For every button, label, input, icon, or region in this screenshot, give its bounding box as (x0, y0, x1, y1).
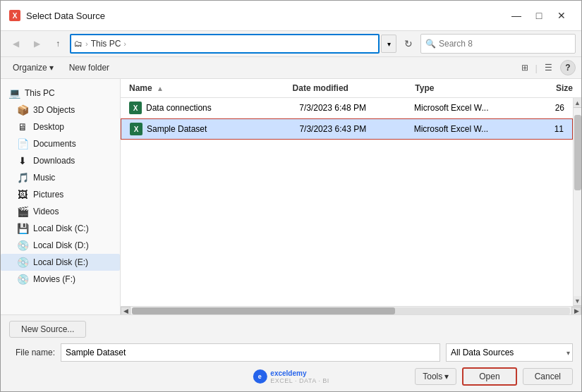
view-grid-icon: ⊞ (521, 63, 528, 73)
new-source-button[interactable]: New Source... (9, 321, 86, 338)
scroll-left-arrow[interactable]: ◀ (121, 307, 131, 315)
column-header-type[interactable]: Type (415, 83, 538, 93)
sidebar-label-3d-objects: 3D Objects (33, 105, 75, 115)
sidebar-label-desktop: Desktop (33, 122, 64, 132)
scroll-down-arrow[interactable]: ▼ (574, 296, 581, 306)
sidebar: 💻 This PC 📦 3D Objects 🖥 Desktop 📄 Docum… (1, 79, 121, 314)
sidebar-item-local-disk-c[interactable]: 💾 Local Disk (C:) (1, 220, 120, 237)
breadcrumb[interactable]: 🗂 › This PC › (70, 34, 380, 54)
forward-button[interactable]: ▶ (28, 35, 46, 53)
refresh-button[interactable]: ↻ (399, 35, 418, 53)
sort-arrow: ▲ (157, 85, 164, 92)
sidebar-label-pictures: Pictures (33, 190, 63, 200)
search-input[interactable] (439, 39, 571, 49)
search-icon: 🔍 (425, 39, 436, 49)
horizontal-scrollbar[interactable]: ◀ ▶ (121, 306, 581, 314)
column-header-name[interactable]: Name ▲ (129, 83, 293, 93)
file-type-select[interactable]: All Data Sources Excel Files CSV Files A… (446, 343, 573, 362)
up-icon: ↑ (56, 39, 60, 49)
file-size-data-connections: 26 (529, 103, 564, 113)
excel-icon-selected: X (130, 123, 143, 135)
open-button[interactable]: Open (462, 367, 516, 386)
sidebar-item-this-pc[interactable]: 💻 This PC (1, 85, 120, 102)
watermark: e exceldemy EXCEL · DATA · BI (253, 369, 329, 384)
file-type-select-wrapper: All Data Sources Excel Files CSV Files A… (446, 343, 573, 362)
sidebar-item-local-disk-e[interactable]: 💿 Local Disk (E:) (1, 254, 120, 271)
minimize-button[interactable]: — (505, 6, 528, 25)
title-bar: X Select Data Source — □ ✕ (1, 1, 581, 31)
pictures-icon: 🖼 (16, 189, 29, 200)
maximize-button[interactable]: □ (528, 6, 550, 25)
local-disk-d-icon: 💿 (16, 240, 29, 251)
tools-button[interactable]: Tools ▾ (415, 368, 456, 385)
sidebar-item-local-disk-d[interactable]: 💿 Local Disk (D:) (1, 237, 120, 254)
sidebar-label-this-pc: This PC (25, 88, 55, 98)
sidebar-item-videos[interactable]: 🎬 Videos (1, 203, 120, 220)
file-name-data-connections: Data connections (146, 103, 299, 113)
organize-label: Organize (13, 63, 47, 73)
watermark-icon: e (253, 369, 267, 384)
breadcrumb-folder-icon: 🗂 (74, 39, 83, 49)
organize-button[interactable]: Organize ▾ (6, 60, 60, 75)
vertical-scrollbar[interactable]: ▲ ▼ (573, 98, 581, 306)
file-date-data-connections: 7/3/2023 6:48 PM (299, 103, 414, 113)
view-separator: | (535, 63, 538, 73)
address-dropdown-button[interactable]: ▾ (381, 35, 396, 53)
column-header-size[interactable]: Size (538, 83, 573, 93)
sidebar-item-documents[interactable]: 📄 Documents (1, 135, 120, 152)
table-row[interactable]: X Sample Dataset 7/3/2023 6:43 PM Micros… (121, 118, 573, 140)
view-list-button[interactable]: ☰ (539, 59, 557, 76)
cancel-button[interactable]: Cancel (523, 368, 573, 385)
back-button[interactable]: ◀ (6, 35, 25, 53)
excel-icon: X (129, 102, 142, 114)
new-source-row: New Source... (9, 321, 573, 338)
up-button[interactable]: ↑ (49, 35, 67, 53)
sidebar-item-downloads[interactable]: ⬇ Downloads (1, 152, 120, 169)
organize-dropdown-icon: ▾ (49, 63, 54, 73)
scroll-up-arrow[interactable]: ▲ (574, 98, 581, 108)
file-name-row: File name: All Data Sources Excel Files … (9, 343, 573, 362)
sidebar-item-desktop[interactable]: 🖥 Desktop (1, 118, 120, 135)
sidebar-item-pictures[interactable]: 🖼 Pictures (1, 186, 120, 203)
local-disk-e-icon: 💿 (16, 257, 29, 268)
back-icon: ◀ (13, 39, 19, 49)
breadcrumb-separator: › (85, 39, 88, 48)
action-row: e exceldemy EXCEL · DATA · BI Tools ▾ Op… (9, 367, 573, 386)
forward-icon: ▶ (34, 39, 40, 49)
breadcrumb-separator2: › (123, 39, 126, 48)
new-folder-button[interactable]: New folder (63, 60, 116, 75)
nav-toolbar: ◀ ▶ ↑ 🗂 › This PC › ▾ ↻ 🔍 (1, 31, 581, 57)
movies-f-icon: 💿 (16, 274, 29, 285)
h-scroll-thumb[interactable] (132, 307, 395, 314)
dialog-title: Select Data Source (26, 11, 105, 21)
secondary-toolbar: Organize ▾ New folder ⊞ | ☰ ? (1, 57, 581, 79)
view-buttons: ⊞ | ☰ (516, 59, 557, 76)
file-type-data-connections: Microsoft Excel W... (414, 103, 529, 113)
tools-label: Tools (423, 372, 442, 381)
address-input[interactable] (129, 39, 375, 49)
file-list-header: Name ▲ Date modified Type Size (121, 79, 581, 98)
file-items: X Data connections 7/3/2023 6:48 PM Micr… (121, 98, 573, 306)
sidebar-label-documents: Documents (33, 139, 76, 149)
file-name-input[interactable] (61, 343, 440, 362)
view-grid-button[interactable]: ⊞ (516, 59, 534, 76)
table-row[interactable]: X Data connections 7/3/2023 6:48 PM Micr… (121, 98, 573, 118)
file-name-label: File name: (9, 348, 55, 357)
main-area: 💻 This PC 📦 3D Objects 🖥 Desktop 📄 Docum… (1, 79, 581, 314)
close-button[interactable]: ✕ (550, 6, 573, 25)
h-scroll-track (132, 307, 570, 314)
help-button[interactable]: ? (560, 60, 576, 75)
scroll-right-arrow[interactable]: ▶ (571, 307, 581, 315)
toolbar2-right: ⊞ | ☰ ? (516, 59, 576, 76)
local-disk-c-icon: 💾 (16, 223, 29, 234)
toolbar2-left: Organize ▾ New folder (6, 60, 116, 75)
breadcrumb-this-pc: This PC (91, 39, 121, 49)
sidebar-item-music[interactable]: 🎵 Music (1, 169, 120, 186)
sidebar-item-3d-objects[interactable]: 📦 3D Objects (1, 102, 120, 118)
column-header-date[interactable]: Date modified (293, 83, 416, 93)
address-bar: 🗂 › This PC › ▾ (70, 34, 396, 54)
scroll-thumb[interactable] (574, 115, 581, 190)
file-type-sample-dataset: Microsoft Excel W... (414, 124, 528, 134)
watermark-subtitle: EXCEL · DATA · BI (270, 377, 329, 384)
sidebar-item-movies-f[interactable]: 💿 Movies (F:) (1, 271, 120, 288)
